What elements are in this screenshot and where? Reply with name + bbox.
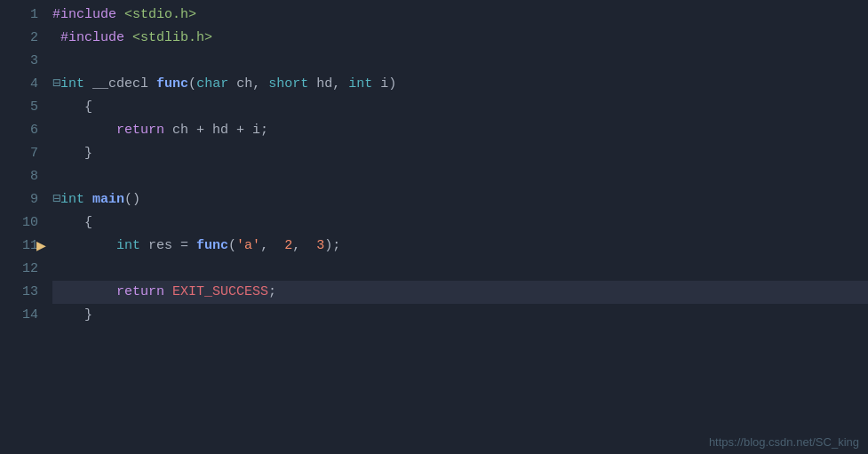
code-line-12 xyxy=(52,258,868,281)
token-str: 'a' xyxy=(236,235,260,258)
code-line-4: ⊟int __cdecl func(char ch, short hd, int… xyxy=(52,73,868,96)
token-kw: return xyxy=(116,281,164,304)
token-indent2 xyxy=(52,281,116,304)
token-punct: ) xyxy=(388,73,396,96)
line-number-9: 9 xyxy=(0,188,38,211)
token-include-kw: #include xyxy=(52,4,116,27)
token-punct xyxy=(84,188,92,211)
line-number-4: 4 xyxy=(0,73,38,96)
token-punct xyxy=(164,281,172,304)
token-punct xyxy=(308,73,316,96)
token-punct xyxy=(228,73,236,96)
token-param-type: char xyxy=(196,73,228,96)
code-line-14: } xyxy=(52,304,868,327)
code-line-6: return ch + hd + i; xyxy=(52,119,868,142)
token-indent1: { xyxy=(52,211,92,235)
token-punct: ( xyxy=(188,73,196,96)
token-indent2 xyxy=(52,119,116,142)
token-fn: func xyxy=(156,73,188,96)
token-param-type: int xyxy=(348,73,372,96)
token-indent1 xyxy=(52,27,60,50)
token-punct xyxy=(372,73,380,96)
line-number-12: 12 xyxy=(0,258,38,281)
token-kw-blue: int xyxy=(116,235,140,258)
code-content[interactable]: #include <stdio.h> #include <stdlib.h>⊟i… xyxy=(49,0,868,454)
token-punct xyxy=(84,73,92,96)
editor-container: 1234567891011121314 #include <stdio.h> #… xyxy=(0,0,868,454)
token-punct: ); xyxy=(324,235,340,258)
line-number-6: 6 xyxy=(0,119,38,142)
line-number-1: 1 xyxy=(0,4,38,27)
code-line-9: ⊟int main() xyxy=(52,188,868,211)
token-punct: , xyxy=(292,235,316,258)
line-number-7: 7 xyxy=(0,142,38,165)
token-punct: } xyxy=(84,304,92,327)
code-line-3 xyxy=(52,50,868,73)
code-area: 1234567891011121314 #include <stdio.h> #… xyxy=(0,0,868,454)
token-punct: } xyxy=(84,142,92,165)
token-num: 3 xyxy=(316,235,324,258)
watermark: https://blog.csdn.net/SC_king xyxy=(709,435,859,449)
code-line-1: #include <stdio.h> xyxy=(52,4,868,27)
token-punct: ; xyxy=(268,281,276,304)
token-punct xyxy=(148,73,156,96)
line-numbers: 1234567891011121314 xyxy=(0,0,49,454)
token-include-kw: #include xyxy=(60,27,124,50)
token-punct xyxy=(116,4,124,27)
token-punct: , xyxy=(332,73,348,96)
token-punct: , xyxy=(260,235,284,258)
token-punct: = xyxy=(172,235,196,258)
token-indent1 xyxy=(52,304,84,327)
line-number-5: 5 xyxy=(0,96,38,119)
token-punct-indent: { xyxy=(52,96,92,119)
token-param-name: hd xyxy=(316,73,332,96)
token-punct: () xyxy=(124,188,140,211)
code-line-2: #include <stdlib.h> xyxy=(52,27,868,50)
token-punct xyxy=(140,235,148,258)
line-number-11: 11 xyxy=(0,235,38,258)
code-line-8 xyxy=(52,165,868,188)
token-punct: ( xyxy=(228,235,236,258)
token-indent2 xyxy=(52,235,116,258)
line-number-10: 10 xyxy=(0,211,38,235)
token-punct xyxy=(124,27,132,50)
code-line-13: return EXIT_SUCCESS; xyxy=(52,281,868,304)
token-punct: ch + hd + i; xyxy=(164,119,268,142)
code-line-11: ▶ int res = func('a', 2, 3); xyxy=(52,235,868,258)
token-fn: func xyxy=(196,235,228,258)
token-param-type: short xyxy=(268,73,308,96)
line-number-3: 3 xyxy=(0,50,38,73)
token-param-name: ch xyxy=(236,73,252,96)
token-fold-icon: ⊟ xyxy=(52,188,60,211)
token-kw: return xyxy=(116,119,164,142)
line-number-2: 2 xyxy=(0,27,38,50)
token-fn: main xyxy=(92,188,124,211)
token-macro: EXIT_SUCCESS xyxy=(172,281,268,304)
code-line-10: { xyxy=(52,211,868,235)
code-line-7: } xyxy=(52,142,868,165)
token-include-path: <stdlib.h> xyxy=(132,27,212,50)
token-indent1 xyxy=(52,142,84,165)
code-line-5: { xyxy=(52,96,868,119)
debug-arrow: ▶ xyxy=(36,235,52,258)
token-num: 2 xyxy=(284,235,292,258)
line-number-13: 13 xyxy=(0,281,38,304)
token-kw-blue: int xyxy=(60,73,84,96)
token-include-path: <stdio.h> xyxy=(124,4,196,27)
token-var: res xyxy=(148,235,172,258)
token-kw-blue: int xyxy=(60,188,84,211)
token-cdecl: __cdecl xyxy=(92,73,148,96)
line-number-8: 8 xyxy=(0,165,38,188)
token-fold-icon: ⊟ xyxy=(52,73,60,96)
token-param-name: i xyxy=(380,73,388,96)
token-punct: , xyxy=(252,73,268,96)
line-number-14: 14 xyxy=(0,304,38,327)
